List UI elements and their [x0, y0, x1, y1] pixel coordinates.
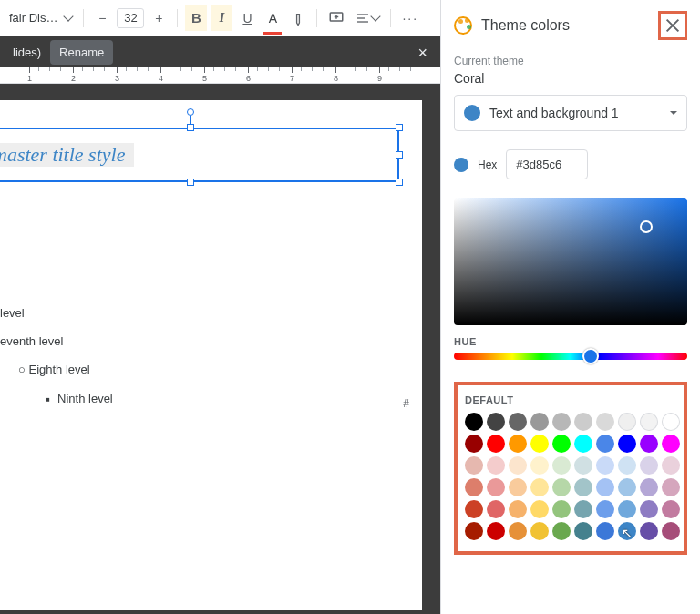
color-swatch[interactable]	[574, 413, 592, 431]
color-swatch[interactable]	[465, 413, 483, 431]
color-swatch[interactable]	[618, 435, 636, 453]
close-panel-button[interactable]	[658, 11, 687, 40]
ruler-tick-minor	[345, 67, 345, 71]
font-select[interactable]: fair Dis…	[5, 5, 76, 31]
title-placeholder[interactable]: master title style	[0, 128, 399, 182]
color-swatch[interactable]	[552, 478, 571, 496]
color-swatch[interactable]	[662, 435, 680, 453]
slide-canvas[interactable]: master title style level eventh level Ei…	[0, 84, 440, 614]
color-swatch[interactable]	[487, 478, 505, 496]
color-swatch[interactable]	[618, 413, 636, 431]
hex-input[interactable]	[506, 149, 588, 179]
highlighter-icon[interactable]	[282, 1, 315, 35]
color-swatch[interactable]	[662, 456, 680, 475]
color-swatch[interactable]	[596, 522, 614, 540]
color-swatch[interactable]	[596, 435, 614, 453]
color-swatch[interactable]	[552, 456, 571, 475]
title-text[interactable]: master title style	[0, 143, 134, 167]
color-swatch[interactable]	[574, 435, 592, 453]
insert-comment-button[interactable]	[324, 5, 348, 31]
saturation-value-picker[interactable]	[454, 198, 687, 325]
italic-button[interactable]: I	[211, 5, 232, 31]
color-swatch[interactable]	[487, 435, 505, 453]
color-swatch[interactable]	[509, 500, 527, 518]
color-swatch[interactable]	[552, 413, 571, 431]
color-swatch[interactable]	[640, 435, 658, 453]
bold-button[interactable]: B	[185, 5, 207, 31]
color-swatch[interactable]	[509, 522, 527, 540]
color-swatch[interactable]	[552, 522, 571, 540]
tab-rename[interactable]: Rename	[50, 40, 113, 65]
rotate-handle[interactable]	[187, 108, 194, 116]
color-swatch[interactable]	[640, 478, 658, 496]
text-color-button[interactable]: A	[262, 5, 283, 31]
font-size-decrease-button[interactable]: −	[91, 5, 113, 31]
color-swatch[interactable]	[618, 500, 636, 518]
color-swatch[interactable]	[596, 456, 614, 475]
resize-handle[interactable]	[396, 151, 403, 159]
close-icon[interactable]: ×	[417, 44, 427, 63]
color-swatch[interactable]	[596, 413, 614, 431]
color-swatch[interactable]	[618, 522, 636, 540]
font-size-increase-button[interactable]: +	[148, 5, 170, 31]
color-swatch[interactable]	[640, 500, 658, 518]
tab-slides[interactable]: lides)	[4, 40, 50, 65]
ruler-tick-minor	[126, 67, 127, 71]
body-placeholder[interactable]: level eventh level Eighth level Ninth le…	[0, 299, 113, 413]
underline-button[interactable]: U	[236, 5, 258, 31]
list-item: Ninth level	[46, 384, 113, 413]
color-swatch[interactable]	[509, 413, 527, 431]
resize-handle[interactable]	[396, 179, 403, 186]
theme-name: Coral	[454, 71, 687, 86]
color-swatch[interactable]	[662, 413, 680, 431]
color-swatch[interactable]	[618, 478, 636, 496]
color-swatch[interactable]	[530, 413, 549, 431]
color-swatch[interactable]	[509, 435, 527, 453]
sv-cursor[interactable]	[640, 220, 653, 233]
color-swatch[interactable]	[662, 500, 680, 518]
color-swatch[interactable]	[487, 456, 505, 475]
resize-handle[interactable]	[187, 179, 194, 186]
color-swatch[interactable]	[640, 413, 658, 431]
color-swatch[interactable]	[574, 478, 592, 496]
color-swatch[interactable]	[530, 478, 549, 496]
hue-slider[interactable]	[454, 353, 687, 360]
color-swatch[interactable]	[618, 456, 636, 475]
resize-handle[interactable]	[396, 124, 403, 131]
color-swatch[interactable]	[465, 500, 483, 518]
color-swatch[interactable]	[487, 413, 505, 431]
color-swatch[interactable]	[465, 456, 483, 475]
color-swatch[interactable]	[662, 522, 680, 540]
theme-color-select[interactable]: Text and background 1	[454, 95, 687, 131]
resize-handle[interactable]	[187, 124, 194, 131]
ruler-tick-minor	[38, 67, 39, 71]
color-swatch[interactable]	[530, 500, 549, 518]
color-swatch[interactable]	[640, 456, 658, 475]
ruler-tick: 9	[377, 67, 382, 83]
more-button[interactable]: ···	[398, 5, 422, 31]
color-swatch[interactable]	[530, 435, 549, 453]
color-swatch[interactable]	[509, 478, 527, 496]
color-swatch[interactable]	[552, 500, 571, 518]
color-swatch[interactable]	[596, 500, 614, 518]
color-swatch[interactable]	[574, 456, 592, 475]
color-swatch[interactable]	[530, 456, 549, 475]
color-swatch[interactable]	[487, 500, 505, 518]
hue-thumb[interactable]	[582, 348, 599, 364]
color-swatch[interactable]	[574, 500, 592, 518]
color-swatch[interactable]	[465, 435, 483, 453]
color-swatch[interactable]	[552, 435, 571, 453]
color-swatch[interactable]	[574, 522, 592, 540]
hex-row: Hex	[454, 149, 687, 179]
color-swatch[interactable]	[465, 478, 483, 496]
color-swatch[interactable]	[596, 478, 614, 496]
color-swatch[interactable]	[640, 522, 658, 540]
font-size-input[interactable]	[117, 8, 144, 28]
color-swatch[interactable]	[487, 522, 505, 540]
master-tabs: lides) Rename ×	[0, 36, 440, 67]
color-swatch[interactable]	[465, 522, 483, 540]
align-button[interactable]	[352, 5, 383, 31]
color-swatch[interactable]	[662, 478, 680, 496]
color-swatch[interactable]	[530, 522, 549, 540]
color-swatch[interactable]	[509, 456, 527, 475]
